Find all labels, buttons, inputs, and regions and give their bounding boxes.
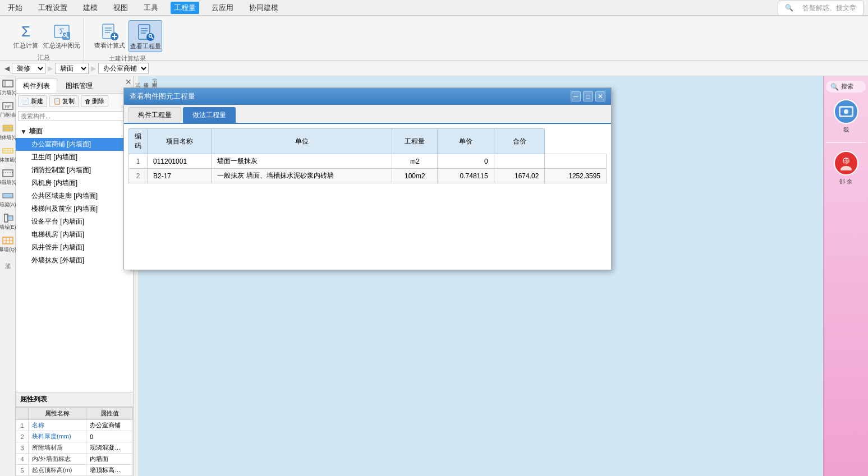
shear-wall-icon: [2, 78, 14, 89]
component-search-input[interactable]: [18, 111, 135, 121]
left-component-icons: 剪力墙(Q) RF 人防门框墙(RF) 砌体墙(Q): [0, 76, 16, 476]
data-row: 1 011201001 墙面一般抹灰 m2 0: [129, 154, 607, 169]
tree-item-6[interactable]: 楼梯间及前室 [内墙面]: [16, 202, 133, 215]
svg-point-44: [844, 109, 848, 114]
avatar-myapp: [834, 99, 858, 124]
top-search-box[interactable]: 🔍 答疑解惑、搜文章: [778, 1, 864, 16]
prop-value[interactable]: 墙顶标高…: [86, 465, 133, 476]
filter-decoration: 装修: [12, 63, 45, 74]
tree-item-3[interactable]: 消防控制室 [内墙面]: [16, 164, 133, 177]
modal-title: 查看构件图元工程量: [130, 91, 195, 101]
copy-label: 复制: [62, 97, 75, 105]
data-row-total: 1252.3595: [545, 169, 607, 183]
data-row-code: B2-17: [148, 169, 212, 183]
right-icon-myapp[interactable]: 我: [834, 99, 858, 134]
tree-item-2[interactable]: 卫生间 [内墙面]: [16, 151, 133, 164]
data-col-header: 项目名称: [148, 129, 212, 154]
view-qty-button[interactable]: 查看工程量: [128, 20, 162, 52]
data-col-header: 单位: [212, 129, 392, 154]
tree-item-9[interactable]: 风井管井 [内墙面]: [16, 241, 133, 254]
modal-minimize-button[interactable]: ─: [571, 91, 581, 101]
icon-curtain-wall[interactable]: 幕墙(Q): [0, 235, 16, 253]
property-table: 属性名称 属性值 1 名称 办公室商铺 2 块料厚度(mm) 0 3 所附墙材质…: [16, 407, 133, 476]
modal-dialog: 查看构件图元工程量 ─ □ ✕ 构件工程量 做法工程量 编码项目名称单位工程量单…: [123, 87, 612, 270]
tree-item-0[interactable]: ▼ 墙面: [16, 125, 133, 138]
modal-tab-method[interactable]: 做法工程量: [183, 107, 236, 123]
curtain-wall-label: 幕墙(Q): [0, 246, 16, 253]
new-label: 新建: [31, 97, 43, 105]
prop-row-num: 5: [16, 465, 29, 476]
prop-value[interactable]: 内墙面: [86, 454, 133, 465]
col-num: [16, 408, 29, 420]
svg-rect-23: [3, 125, 7, 128]
property-row: 5 起点顶标高(m) 墙顶标高…: [16, 465, 133, 476]
modal-close-button[interactable]: ✕: [595, 91, 605, 101]
delete-button[interactable]: 🗑 删除: [81, 95, 108, 107]
property-row: 3 所附墙材质 现浇混凝…: [16, 442, 133, 454]
svg-rect-33: [3, 170, 13, 177]
menu-cloud[interactable]: 云应用: [208, 2, 237, 14]
prop-value[interactable]: 现浇混凝…: [86, 442, 133, 454]
tree-item-7[interactable]: 设备平台 [内墙面]: [16, 215, 133, 228]
filter-arrow-left[interactable]: ◀: [4, 64, 10, 72]
icon-hidden-beam[interactable]: 暗梁(A): [0, 191, 16, 209]
tree-item-4[interactable]: 风机房 [内墙面]: [16, 177, 133, 190]
prop-name: 内/外墙面标志: [29, 454, 86, 465]
menu-quantities[interactable]: 工程量: [171, 2, 199, 14]
sum-select-label: 汇总选中图元: [43, 41, 80, 50]
tree-item-8[interactable]: 电梯机房 [内墙面]: [16, 228, 133, 241]
filter-separator-2: ▶: [91, 64, 96, 72]
property-row: 4 内/外墙面标志 内墙面: [16, 454, 133, 465]
menu-view[interactable]: 视图: [110, 2, 131, 14]
modal-restore-button[interactable]: □: [583, 91, 593, 101]
rf-wall-icon: RF: [2, 101, 14, 111]
tree-item-1[interactable]: 办公室商铺 [内墙面]: [16, 138, 133, 151]
menu-start[interactable]: 开始: [4, 2, 26, 14]
sum-select-button[interactable]: Σ 汇总选中图元: [45, 20, 79, 51]
tree-view: ▼ 墙面办公室商铺 [内墙面]卫生间 [内墙面]消防控制室 [内墙面]风机房 […: [16, 123, 133, 392]
right-icon-user[interactable]: 邵 邵 余: [834, 151, 858, 186]
prop-value[interactable]: 办公室商铺: [86, 420, 133, 431]
filter-wall-select[interactable]: 墙面: [55, 63, 89, 74]
tree-item-10[interactable]: 外墙抹灰 [外墙面]: [16, 254, 133, 267]
panel-close-button[interactable]: ✕: [125, 77, 132, 86]
data-row-unitprice: [494, 154, 545, 169]
filter-decoration-select[interactable]: 装修: [12, 63, 45, 74]
tree-arrow: ▼: [20, 128, 27, 136]
property-row: 2 块料厚度(mm) 0: [16, 431, 133, 442]
tab-drawing-mgmt[interactable]: 图纸管理: [58, 78, 100, 93]
svg-rect-37: [8, 216, 13, 220]
right-myapp-label: 我: [843, 126, 849, 134]
data-row-quantity: 0.748115: [438, 169, 494, 183]
view-calc-button[interactable]: 查看计算式: [93, 20, 126, 52]
data-row-name: 墙面一般抹灰: [212, 154, 392, 169]
masonry-wall-icon: [2, 123, 14, 133]
copy-button[interactable]: 📋 复制: [49, 95, 79, 107]
tab-component-list[interactable]: 构件列表: [16, 78, 57, 93]
prop-name: 所附墙材质: [29, 442, 86, 454]
hidden-beam-icon: [2, 191, 14, 201]
data-row-unit: m2: [392, 154, 438, 169]
tree-item-5[interactable]: 公共区域走廊 [内墙面]: [16, 190, 133, 202]
property-panel: 屈性列表 属性名称 属性值 1 名称 办公室商铺 2 块料厚度(mm) 0 3 …: [16, 392, 133, 476]
svg-text:RF: RF: [4, 104, 11, 109]
prop-value[interactable]: 0: [86, 431, 133, 442]
right-divider: [826, 142, 866, 143]
icon-wall-pier[interactable]: 墙垛(E): [0, 213, 16, 231]
modal-tabs: 构件工程量 做法工程量: [124, 105, 611, 124]
menu-collab[interactable]: 协同建模: [246, 2, 282, 14]
svg-rect-35: [3, 193, 13, 198]
panel-actions: 📄 新建 📋 复制 🗑 删除: [16, 94, 133, 109]
new-button[interactable]: 📄 新建: [18, 95, 47, 107]
menu-tools[interactable]: 工具: [140, 2, 162, 14]
svg-rect-26: [3, 128, 4, 131]
modal-tab-component[interactable]: 构件工程量: [128, 107, 181, 123]
prop-name: 名称: [29, 420, 86, 431]
menu-modeling[interactable]: 建模: [80, 2, 101, 14]
sum-total-button[interactable]: Σ 汇总计算: [9, 20, 43, 51]
right-search-box[interactable]: 🔍 搜索: [826, 81, 866, 93]
copy-icon: 📋: [53, 98, 61, 105]
svg-rect-27: [11, 128, 13, 131]
menu-project-settings[interactable]: 工程设置: [35, 2, 71, 14]
view-qty-icon: [135, 22, 155, 42]
